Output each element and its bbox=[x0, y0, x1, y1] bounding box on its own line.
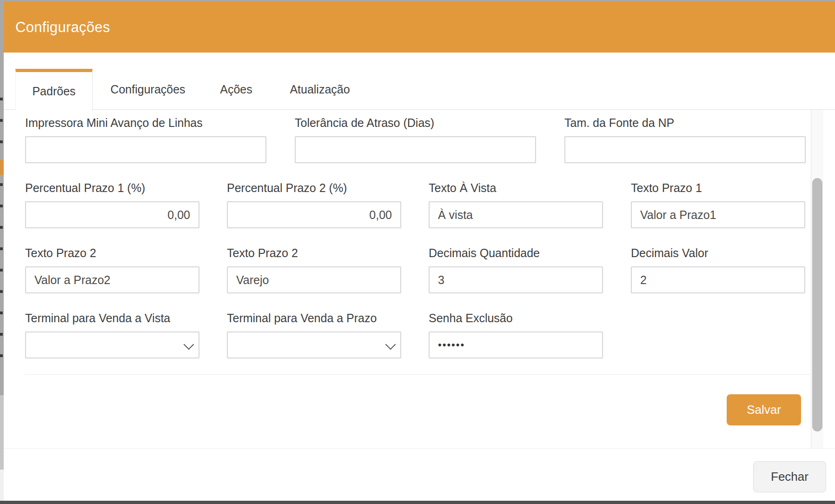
tab-acoes[interactable]: Ações bbox=[203, 69, 269, 110]
tolerancia-atraso-input[interactable] bbox=[295, 136, 536, 163]
decimais-quantidade-label: Decimais Quantidade bbox=[429, 246, 540, 260]
texto-a-vista-input[interactable] bbox=[429, 201, 603, 228]
scrollbar-thumb[interactable] bbox=[812, 178, 822, 431]
terminal-prazo-label: Terminal para Venda a Prazo bbox=[227, 312, 377, 325]
background-page-left-edge bbox=[0, 0, 4, 504]
texto-prazo1-label: Texto Prazo 1 bbox=[631, 181, 702, 195]
background-orange-fragment bbox=[0, 160, 4, 175]
decimais-valor-input[interactable] bbox=[631, 266, 805, 293]
percentual-prazo2-label: Percentual Prazo 2 (%) bbox=[227, 181, 347, 195]
percentual-prazo2-input[interactable] bbox=[227, 201, 401, 228]
texto-prazo2-a-label: Texto Prazo 2 bbox=[25, 246, 96, 260]
dialog-title: Configurações bbox=[15, 19, 110, 36]
tab-configuracoes-label: Configurações bbox=[110, 83, 185, 96]
save-button[interactable]: Salvar bbox=[727, 394, 801, 425]
percentual-prazo1-label: Percentual Prazo 1 (%) bbox=[25, 181, 145, 195]
tab-padroes[interactable]: Padrões bbox=[15, 69, 93, 110]
senha-exclusao-label: Senha Exclusão bbox=[429, 312, 513, 325]
background-text-fragments bbox=[0, 98, 3, 367]
tam-fonte-np-label: Tam. da Fonte da NP bbox=[564, 116, 674, 130]
percentual-prazo1-input[interactable] bbox=[25, 201, 199, 228]
decimais-quantidade-input[interactable] bbox=[429, 266, 603, 293]
tab-acoes-label: Ações bbox=[220, 83, 252, 96]
background-light-fragment bbox=[0, 395, 4, 470]
tab-atualizacao-label: Atualização bbox=[290, 83, 350, 96]
terminal-vista-select[interactable] bbox=[25, 332, 199, 358]
decimais-valor-label: Decimais Valor bbox=[631, 246, 708, 260]
senha-exclusao-input[interactable] bbox=[429, 332, 603, 358]
tab-atualizacao[interactable]: Atualização bbox=[269, 69, 371, 110]
close-button[interactable]: Fechar bbox=[753, 461, 826, 492]
texto-a-vista-label: Texto À Vista bbox=[429, 181, 496, 195]
background-lighter-fragment bbox=[0, 470, 4, 501]
background-page-bottom-edge bbox=[0, 501, 835, 504]
tolerancia-atraso-label: Tolerância de Atraso (Dias) bbox=[295, 116, 434, 130]
impressora-mini-input[interactable] bbox=[25, 136, 266, 163]
terminal-prazo-select[interactable] bbox=[227, 332, 401, 358]
content-divider bbox=[25, 374, 811, 375]
settings-dialog: Configurações Padrões Configurações Açõe… bbox=[4, 1, 835, 501]
texto-prazo2-a-input[interactable] bbox=[25, 266, 199, 293]
dialog-header: Configurações bbox=[4, 1, 835, 53]
terminal-vista-label: Terminal para Venda a Vista bbox=[25, 312, 170, 325]
tab-padroes-label: Padrões bbox=[32, 85, 75, 98]
texto-prazo1-input[interactable] bbox=[631, 201, 805, 228]
tab-configuracoes[interactable]: Configurações bbox=[93, 69, 203, 110]
dialog-footer: Fechar bbox=[4, 448, 835, 501]
texto-prazo2-b-input[interactable] bbox=[227, 266, 401, 293]
impressora-mini-label: Impressora Mini Avanço de Linhas bbox=[25, 116, 203, 130]
tam-fonte-np-input[interactable] bbox=[564, 136, 806, 163]
texto-prazo2-b-label: Texto Prazo 2 bbox=[227, 246, 298, 260]
